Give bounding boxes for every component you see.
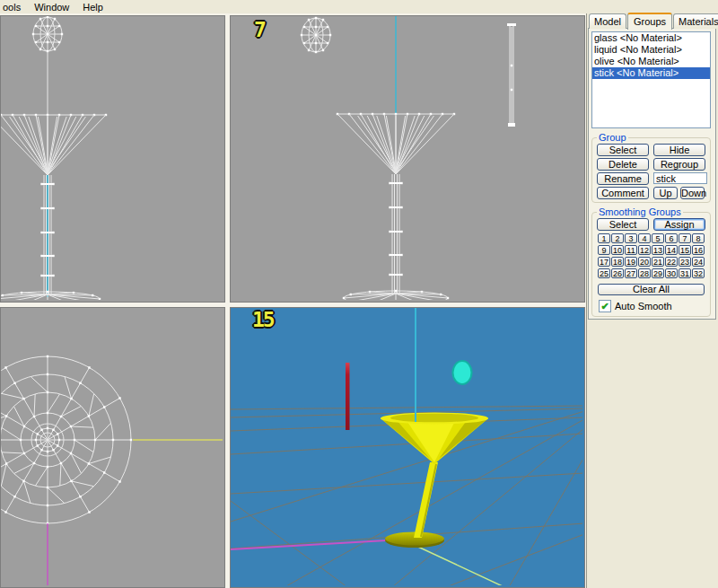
- smoothing-group-14-button[interactable]: 14: [665, 245, 678, 255]
- smoothing-group-27-button[interactable]: 27: [625, 268, 637, 278]
- top-view-wireframe: [1, 308, 223, 585]
- group-list[interactable]: glass <No Material>liquid <No Material>o…: [591, 31, 711, 128]
- smoothing-group-26-button[interactable]: 26: [611, 268, 624, 278]
- group-down-button[interactable]: Down: [680, 187, 705, 199]
- smoothing-group-2-button[interactable]: 2: [611, 233, 624, 243]
- group-legend: Group: [597, 132, 628, 143]
- group-delete-button[interactable]: Delete: [597, 158, 649, 171]
- smoothing-group-7-button[interactable]: 7: [679, 233, 691, 243]
- smoothing-group-32-button[interactable]: 32: [692, 268, 705, 278]
- group-comment-button[interactable]: Comment: [597, 187, 649, 199]
- 3d-scene: [231, 308, 582, 585]
- groups-tab-page: glass <No Material>liquid <No Material>o…: [588, 28, 716, 320]
- viewport-area: 7 15: [0, 13, 587, 588]
- auto-smooth-row: ✔ Auto Smooth: [599, 300, 710, 312]
- group-select-button[interactable]: Select: [597, 144, 649, 156]
- viewport-side-view[interactable]: [0, 15, 225, 303]
- viewport-front-view[interactable]: 7: [230, 15, 585, 303]
- smoothing-group-6-button[interactable]: 6: [665, 233, 678, 243]
- check-icon: ✔: [600, 302, 609, 311]
- auto-smooth-label: Auto Smooth: [615, 301, 672, 312]
- smoothing-assign-button[interactable]: Assign: [653, 218, 705, 231]
- smoothing-group-13-button[interactable]: 13: [652, 245, 664, 255]
- tab-groups[interactable]: Groups: [627, 13, 672, 30]
- smoothing-group-1-button[interactable]: 1: [598, 233, 610, 243]
- clear-all-button[interactable]: Clear All: [598, 284, 705, 295]
- tab-bar: ModelGroupsMaterialsJoints: [589, 13, 718, 29]
- tab-model[interactable]: Model: [589, 13, 626, 29]
- smoothing-group-5-button[interactable]: 5: [652, 233, 664, 243]
- group-list-item[interactable]: stick <No Material>: [592, 67, 710, 79]
- auto-smooth-checkbox[interactable]: ✔: [599, 300, 611, 312]
- menu-item-help[interactable]: Help: [76, 1, 110, 13]
- smoothing-group-21-button[interactable]: 21: [652, 257, 664, 267]
- smoothing-group-18-button[interactable]: 18: [611, 257, 624, 267]
- group-list-item[interactable]: liquid <No Material>: [592, 44, 710, 56]
- viewport-front-label: 7: [254, 18, 265, 41]
- smoothing-groups-legend: Smoothing Groups: [597, 206, 683, 217]
- smoothing-group-9-button[interactable]: 9: [598, 245, 610, 255]
- smoothing-group-8-button[interactable]: 8: [692, 233, 705, 243]
- smoothing-group-30-button[interactable]: 30: [665, 268, 678, 278]
- menu-item-ools[interactable]: ools: [0, 1, 28, 13]
- smoothing-group-19-button[interactable]: 19: [625, 257, 637, 267]
- smoothing-group-24-button[interactable]: 24: [692, 257, 705, 267]
- tab-materials[interactable]: Materials: [673, 13, 718, 29]
- group-hide-button[interactable]: Hide: [653, 144, 705, 156]
- viewport-3d-label: 15: [252, 308, 274, 331]
- group-up-button[interactable]: Up: [653, 187, 678, 199]
- smoothing-group-15-button[interactable]: 15: [679, 245, 691, 255]
- smoothing-group-16-button[interactable]: 16: [692, 245, 705, 255]
- smoothing-group-11-button[interactable]: 11: [625, 245, 637, 255]
- smoothing-number-grid: 1234567891011121314151617181920212223242…: [592, 233, 710, 278]
- smoothing-group-22-button[interactable]: 22: [665, 257, 678, 267]
- group-name-input[interactable]: [653, 172, 707, 184]
- smoothing-groups-section: Smoothing Groups Select Assign 123456789…: [591, 206, 711, 317]
- group-list-item[interactable]: glass <No Material>: [592, 32, 710, 44]
- smoothing-group-10-button[interactable]: 10: [611, 245, 624, 255]
- group-section: Group Select Hide Delete Regroup Rename …: [591, 132, 711, 203]
- smoothing-select-button[interactable]: Select: [597, 218, 649, 231]
- smoothing-group-17-button[interactable]: 17: [598, 257, 610, 267]
- smoothing-group-23-button[interactable]: 23: [679, 257, 691, 267]
- group-list-item[interactable]: olive <No Material>: [592, 56, 710, 67]
- group-regroup-button[interactable]: Regroup: [653, 158, 705, 171]
- side-panel: ModelGroupsMaterialsJoints glass <No Mat…: [587, 0, 718, 588]
- smoothing-group-3-button[interactable]: 3: [625, 233, 637, 243]
- viewport-3d-view[interactable]: 15: [230, 307, 585, 588]
- smoothing-group-4-button[interactable]: 4: [638, 233, 651, 243]
- front-view-wireframe: [231, 16, 582, 300]
- smoothing-group-25-button[interactable]: 25: [598, 268, 610, 278]
- group-rename-button[interactable]: Rename: [597, 172, 649, 185]
- smoothing-group-31-button[interactable]: 31: [679, 268, 691, 278]
- smoothing-group-29-button[interactable]: 29: [652, 268, 664, 278]
- viewport-top-view[interactable]: [0, 307, 225, 588]
- side-view-wireframe: [1, 16, 223, 300]
- menu-item-window[interactable]: Window: [28, 1, 76, 13]
- smoothing-group-12-button[interactable]: 12: [638, 245, 651, 255]
- smoothing-group-20-button[interactable]: 20: [638, 257, 651, 267]
- smoothing-group-28-button[interactable]: 28: [638, 268, 651, 278]
